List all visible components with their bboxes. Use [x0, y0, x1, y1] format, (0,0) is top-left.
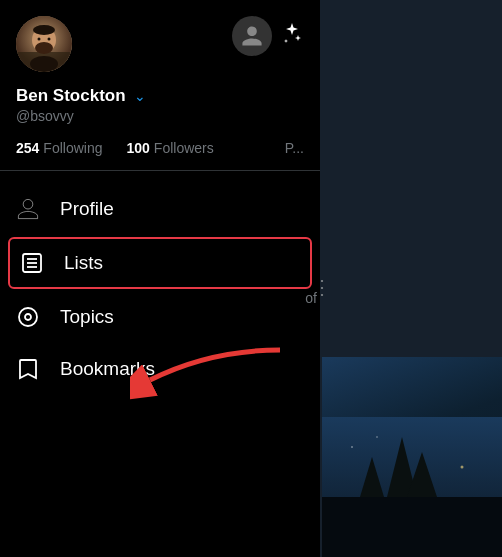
lists-label: Lists	[64, 252, 103, 274]
header-row	[0, 0, 320, 82]
svg-point-4	[35, 42, 53, 54]
background-image-hint	[322, 357, 502, 557]
svg-point-5	[33, 25, 55, 35]
user-handle: @bsovvy	[16, 108, 304, 124]
svg-point-6	[38, 38, 41, 41]
following-count: 254	[16, 140, 39, 156]
stats-row: 254 Following 100 Followers P...	[0, 132, 320, 166]
svg-point-7	[48, 38, 51, 41]
followers-stat[interactable]: 100 Followers	[127, 140, 214, 156]
svg-point-21	[461, 466, 464, 469]
user-name: Ben Stockton	[16, 86, 126, 106]
user-name-row: Ben Stockton ⌄	[16, 86, 304, 106]
more-label: P...	[285, 140, 304, 156]
svg-point-22	[351, 446, 353, 448]
sidebar-item-lists[interactable]: Lists	[8, 237, 312, 289]
profile-icon	[16, 197, 40, 221]
sidebar: Ben Stockton ⌄ @bsovvy 254 Following 100…	[0, 0, 320, 557]
topics-icon	[16, 305, 40, 329]
svg-point-2	[30, 56, 58, 72]
following-label: Following	[43, 140, 102, 156]
svg-rect-20	[322, 497, 502, 557]
of-label: of	[305, 290, 317, 306]
svg-point-13	[25, 314, 31, 320]
nav-items: Profile Lists	[0, 175, 320, 403]
sidebar-item-profile[interactable]: Profile	[0, 183, 320, 235]
chevron-down-icon[interactable]: ⌄	[134, 88, 146, 104]
sidebar-item-topics[interactable]: Topics	[0, 291, 320, 343]
followers-label: Followers	[154, 140, 214, 156]
header-icons	[232, 16, 304, 56]
notification-avatar[interactable]	[232, 16, 272, 56]
sparkle-icon[interactable]	[280, 21, 304, 51]
app-container: Ben Stockton ⌄ @bsovvy 254 Following 100…	[0, 0, 502, 557]
following-stat[interactable]: 254 Following	[16, 140, 103, 156]
bookmarks-icon	[16, 357, 40, 381]
profile-label: Profile	[60, 198, 114, 220]
avatar-image	[16, 16, 72, 72]
user-info: Ben Stockton ⌄ @bsovvy	[0, 82, 320, 132]
followers-count: 100	[127, 140, 150, 156]
sidebar-item-bookmarks[interactable]: Bookmarks	[0, 343, 320, 395]
topics-label: Topics	[60, 306, 114, 328]
svg-point-12	[19, 308, 37, 326]
lists-icon	[20, 251, 44, 275]
right-panel	[320, 0, 502, 557]
bookmarks-label: Bookmarks	[60, 358, 155, 380]
user-avatar[interactable]	[16, 16, 72, 72]
svg-point-23	[376, 436, 378, 438]
divider	[0, 170, 320, 171]
